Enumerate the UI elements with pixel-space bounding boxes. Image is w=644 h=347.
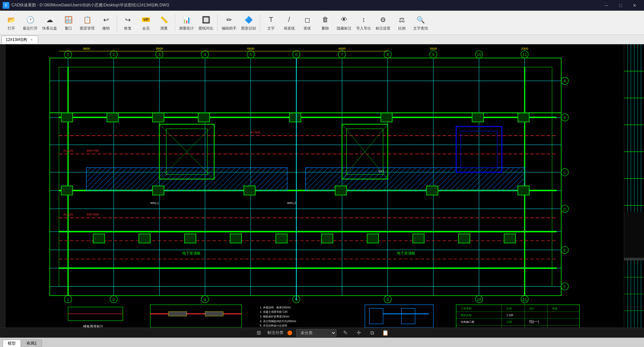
layout-tab-model[interactable]: 模型 (3, 340, 21, 347)
toolbar-item-measure[interactable]: 📏测量 (155, 12, 173, 33)
toolbar-separator (117, 14, 117, 31)
svg-rect-147 (205, 311, 223, 316)
window-icon: 🪟 (63, 15, 73, 25)
right-panel (624, 44, 644, 328)
window-label: 窗口 (65, 26, 72, 31)
svg-text:3900: 3900 (156, 47, 163, 50)
copy-icon[interactable]: ⧉ (367, 328, 377, 338)
toolbar-item-draw_line[interactable]: /画直线 (280, 12, 298, 33)
paste-icon[interactable]: 📋 (381, 328, 390, 338)
svg-text:B: B (564, 116, 566, 120)
toolbar-item-window[interactable]: 🪟窗口 (60, 12, 77, 33)
scale-icon: ⚖ (397, 15, 407, 25)
draw_line-icon: / (284, 15, 294, 25)
text-label: 文字 (267, 26, 275, 31)
svg-text:6: 6 (295, 52, 298, 57)
redo-icon: ↪ (123, 15, 133, 25)
toolbar-item-shape_recog[interactable]: 🔷图形识别 (239, 12, 258, 33)
svg-rect-98 (427, 186, 438, 195)
toolbar-item-edit_helper[interactable]: ✏编辑助手 (220, 12, 238, 33)
toolbar-item-text[interactable]: T文字 (262, 12, 280, 33)
close-button[interactable]: ✕ (628, 1, 641, 10)
svg-text:1. 本图说明：板厚100mm: 1. 本图说明：板厚100mm (260, 306, 291, 309)
toolbar-item-undo[interactable]: ↩撤销 (97, 12, 115, 33)
toolbar-item-annotation_settings[interactable]: ⚙标注设置 (374, 12, 392, 33)
svg-text:日期: 日期 (506, 320, 512, 324)
cad-canvas[interactable]: 1 2 3 4 5 6 7 8 9 10 11 1 2 (5, 44, 624, 328)
toolbar-item-shape[interactable]: ◻形状 (299, 12, 316, 33)
svg-rect-86 (61, 113, 72, 122)
svg-rect-106 (367, 234, 379, 243)
shape_recog-icon: 🔷 (244, 15, 254, 25)
maximize-button[interactable]: □ (614, 1, 627, 10)
svg-rect-92 (472, 113, 484, 122)
toolbar-item-hide_annotation[interactable]: 👁隐藏标注 (335, 12, 354, 33)
svg-rect-91 (381, 113, 392, 122)
svg-text:11: 11 (522, 297, 527, 302)
toolbar-item-vip[interactable]: VIP会员 (137, 12, 155, 33)
import_export-label: 导入导出 (356, 26, 371, 31)
svg-rect-103 (230, 234, 241, 243)
move-icon[interactable]: ✛ (354, 328, 363, 338)
toolbar-item-cloud[interactable]: ☁快看云盘 (40, 12, 59, 33)
tab-tab1[interactable]: 12#13#结构× (1, 36, 38, 44)
layout-tab-layout1[interactable]: 布局1 (21, 340, 42, 347)
svg-rect-104 (276, 234, 287, 243)
right-panel-top (624, 44, 644, 258)
svg-text:1: 1 (67, 52, 69, 57)
grid-icon[interactable]: ⊞ (254, 328, 263, 338)
svg-text:地下室顶板: 地下室顶板 (396, 251, 415, 255)
svg-rect-90 (289, 113, 301, 122)
edit_helper-label: 编辑助手 (222, 26, 236, 31)
toolbar-item-open[interactable]: 📂打开 (3, 12, 20, 33)
svg-text:地下室顶板: 地下室顶板 (182, 251, 201, 255)
hide_annotation-label: 隐藏标注 (337, 26, 352, 31)
tab-close-button[interactable]: × (29, 37, 34, 42)
cloud-label: 快看云盘 (42, 26, 57, 31)
open-label: 打开 (8, 26, 15, 31)
measure-icon: 📏 (159, 15, 169, 25)
svg-rect-107 (413, 234, 424, 243)
svg-text:工程名称: 工程名称 (461, 307, 472, 310)
toolbar-item-compare[interactable]: 🔲图纸对比 (197, 12, 215, 33)
text_search-icon: 🔍 (416, 15, 426, 25)
svg-text:3600: 3600 (430, 47, 437, 50)
left-ruler (0, 44, 5, 328)
svg-rect-146 (168, 311, 186, 316)
toolbar-item-redo[interactable]: ↪恢复 (119, 12, 137, 33)
svg-text:E: E (564, 248, 566, 252)
svg-text:图纸名称: 图纸名称 (461, 314, 472, 317)
svg-text:3600: 3600 (83, 47, 90, 50)
svg-text:300×600: 300×600 (86, 212, 99, 216)
annotation_settings-icon: ⚙ (378, 15, 388, 25)
svg-rect-88 (153, 113, 164, 122)
svg-rect-89 (198, 113, 210, 122)
svg-text:设计: 设计 (529, 307, 535, 310)
toolbar-item-import_export[interactable]: ↕导入导出 (354, 12, 373, 33)
edit_helper-icon: ✏ (224, 15, 234, 25)
svg-rect-96 (244, 186, 255, 195)
toolbar-item-measure_stats[interactable]: 📊测量统计 (177, 12, 196, 33)
svg-rect-95 (153, 186, 164, 195)
svg-text:8: 8 (386, 52, 389, 57)
toolbar-item-scale[interactable]: ⚖比例 (393, 12, 411, 33)
svg-rect-93 (518, 113, 529, 122)
category-color-dot (287, 331, 292, 335)
vip-icon: VIP (141, 15, 151, 25)
toolbar-item-recent[interactable]: 🕐最近打开 (21, 12, 40, 33)
svg-text:比例: 比例 (506, 307, 512, 310)
svg-text:4: 4 (204, 297, 206, 302)
toolbar-item-layers[interactable]: 📋图层管理 (78, 12, 97, 33)
minimize-button[interactable]: ─ (600, 1, 613, 10)
recent-label: 最近打开 (23, 26, 38, 31)
svg-text:10: 10 (477, 297, 481, 302)
measure_stats-label: 测量统计 (179, 26, 194, 31)
svg-text:结(一): 结(一) (529, 319, 539, 324)
toolbar-item-delete[interactable]: 🗑删除 (317, 12, 334, 33)
toolbar-item-text_search[interactable]: 🔍文字查找 (411, 12, 430, 33)
edit-icon[interactable]: ✎ (340, 328, 350, 338)
svg-text:300×700: 300×700 (86, 149, 99, 152)
layers-label: 图层管理 (80, 26, 95, 31)
svg-text:1:100: 1:100 (506, 314, 514, 317)
category-select[interactable]: 未分类 (296, 329, 336, 337)
